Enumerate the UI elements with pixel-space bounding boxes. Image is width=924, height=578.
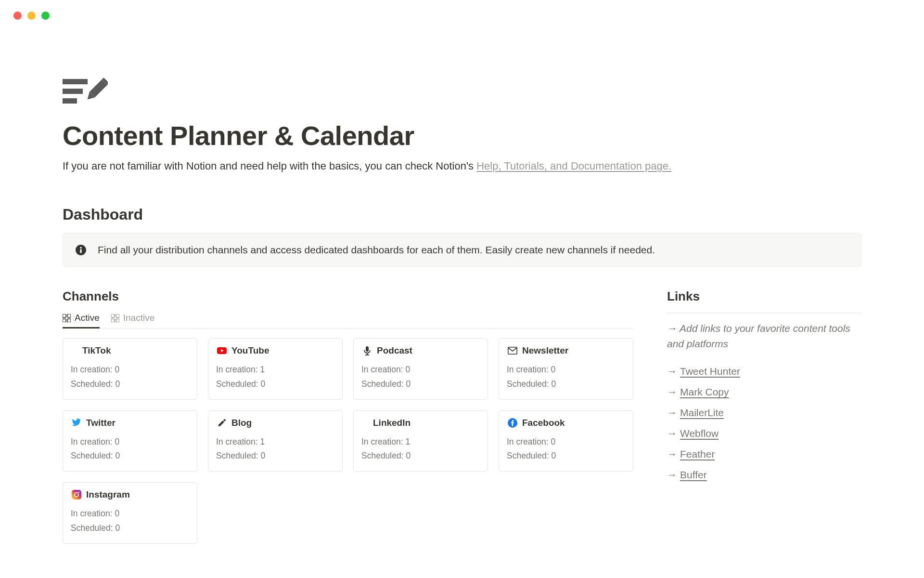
channel-name: Blog (231, 418, 252, 428)
channels-tabs: Active Inactive (63, 313, 633, 328)
links-hint: → Add links to your favorite content too… (667, 321, 861, 351)
svg-rect-11 (63, 319, 66, 322)
tab-inactive[interactable]: Inactive (111, 313, 154, 328)
external-link[interactable]: Tweet Hunter (680, 361, 740, 381)
divider (667, 313, 861, 313)
channel-card[interactable]: TwitterIn creation: 0Scheduled: 0 (63, 410, 197, 472)
channel-name: Facebook (522, 418, 565, 428)
channel-name: TikTok (82, 345, 111, 356)
page-subtitle: If you are not familiar with Notion and … (63, 158, 861, 174)
link-row: →Feather (667, 444, 861, 464)
page-icon (63, 78, 111, 105)
arrow-icon: → (667, 444, 677, 464)
channel-name: YouTube (231, 345, 269, 356)
dashboard-heading: Dashboard (63, 206, 861, 223)
link-row: →Webflow (667, 423, 861, 444)
channel-card[interactable]: TikTokIn creation: 0Scheduled: 0 (63, 338, 197, 400)
channel-in-creation: In creation: 1 (216, 363, 334, 377)
channel-card[interactable]: InstagramIn creation: 0Scheduled: 0 (63, 482, 197, 544)
channel-card[interactable]: NewsletterIn creation: 0Scheduled: 0 (499, 338, 633, 400)
channel-scheduled: Scheduled: 0 (507, 449, 625, 463)
subtitle-text: If you are not familiar with Notion and … (63, 160, 476, 172)
window-close-button[interactable] (13, 12, 22, 20)
links-hint-text: Add links to your favorite content tools… (667, 323, 850, 349)
channel-card-title: Podcast (362, 345, 480, 356)
help-docs-link[interactable]: Help, Tutorials, and Documentation page. (476, 160, 671, 172)
facebook-icon (508, 418, 517, 428)
channel-card-title: Newsletter (508, 345, 625, 356)
channels-heading: Channels (63, 289, 633, 304)
channel-scheduled: Scheduled: 0 (216, 377, 334, 392)
channel-in-creation: In creation: 0 (71, 507, 189, 521)
external-link[interactable]: Buffer (680, 464, 707, 485)
channel-in-creation: In creation: 0 (71, 435, 189, 449)
tab-inactive-label: Inactive (123, 313, 154, 323)
svg-rect-1 (63, 89, 83, 94)
mail-icon (508, 346, 517, 355)
external-link[interactable]: Mark Copy (680, 381, 729, 402)
svg-point-26 (78, 492, 79, 493)
links-list: →Tweet Hunter→Mark Copy→MailerLite→Webfl… (667, 361, 861, 485)
channel-card[interactable]: BlogIn creation: 1Scheduled: 0 (208, 410, 343, 472)
dashboard-callout: Find all your distribution channels and … (63, 233, 861, 267)
channel-name: Instagram (86, 489, 130, 500)
instagram-icon (72, 490, 81, 499)
channel-card-title: Blog (217, 418, 334, 428)
channel-in-creation: In creation: 1 (216, 435, 334, 449)
pencil-icon (217, 418, 227, 428)
channel-card[interactable]: PodcastIn creation: 0Scheduled: 0 (353, 338, 488, 400)
tab-active[interactable]: Active (63, 313, 100, 328)
channel-card-title: LinkedIn (373, 418, 480, 428)
channel-name: LinkedIn (373, 418, 411, 428)
gallery-icon (111, 314, 119, 322)
youtube-icon (217, 346, 227, 355)
page-title: Content Planner & Calendar (63, 120, 861, 151)
channel-scheduled: Scheduled: 0 (361, 377, 480, 392)
svg-rect-13 (111, 314, 115, 317)
channel-name: Newsletter (522, 345, 568, 356)
channel-card-title: YouTube (217, 345, 334, 356)
channel-scheduled: Scheduled: 0 (71, 521, 189, 536)
channels-grid: TikTokIn creation: 0Scheduled: 0YouTubeI… (63, 338, 633, 544)
arrow-icon: → (667, 381, 677, 402)
link-row: →Mark Copy (667, 381, 861, 402)
svg-rect-10 (67, 314, 71, 317)
link-row: →MailerLite (667, 402, 861, 423)
svg-rect-2 (63, 98, 77, 104)
external-link[interactable]: MailerLite (680, 402, 724, 423)
twitter-icon (72, 418, 81, 428)
svg-rect-8 (80, 249, 81, 253)
tab-active-label: Active (75, 313, 100, 323)
external-link[interactable]: Feather (680, 444, 715, 464)
gallery-icon (63, 314, 71, 322)
svg-rect-0 (63, 79, 88, 84)
arrow-icon: → (667, 423, 677, 444)
page-content: Content Planner & Calendar If you are no… (0, 20, 924, 544)
mic-icon (362, 346, 372, 355)
channel-card-title: Instagram (72, 489, 189, 500)
arrow-icon: → (667, 464, 677, 485)
channel-scheduled: Scheduled: 0 (71, 449, 189, 463)
channel-card-title: TikTok (82, 345, 189, 356)
channel-card[interactable]: YouTubeIn creation: 1Scheduled: 0 (208, 338, 343, 400)
channel-in-creation: In creation: 0 (71, 363, 189, 377)
arrow-icon: → (667, 402, 677, 423)
channel-scheduled: Scheduled: 0 (507, 377, 625, 392)
links-heading: Links (667, 289, 861, 304)
svg-rect-16 (116, 319, 119, 322)
window-controls (0, 0, 924, 20)
info-icon (76, 245, 86, 255)
channel-card[interactable]: LinkedInIn creation: 1Scheduled: 0 (353, 410, 488, 472)
channel-name: Twitter (86, 418, 116, 428)
channel-card-title: Facebook (508, 418, 625, 428)
channel-name: Podcast (377, 345, 412, 356)
external-link[interactable]: Webflow (680, 423, 719, 444)
svg-rect-24 (72, 490, 81, 499)
window-zoom-button[interactable] (41, 12, 50, 20)
channel-card[interactable]: FacebookIn creation: 0Scheduled: 0 (499, 410, 633, 472)
window-minimize-button[interactable] (27, 12, 36, 20)
link-row: →Buffer (667, 464, 861, 485)
channel-in-creation: In creation: 0 (507, 435, 625, 449)
channel-card-title: Twitter (72, 418, 189, 428)
svg-rect-12 (67, 319, 71, 322)
